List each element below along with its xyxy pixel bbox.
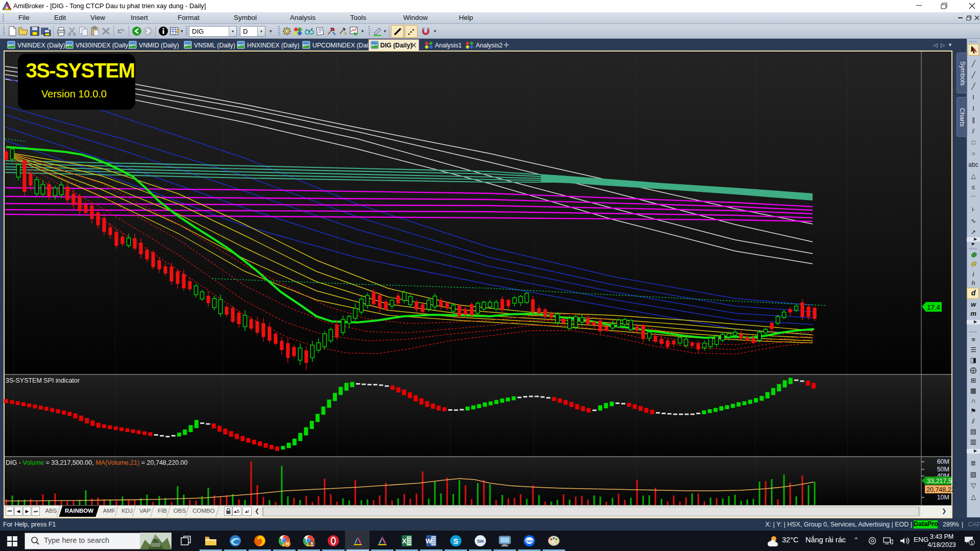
svg-text:X: X [402, 537, 407, 545]
svg-text:W: W [426, 537, 432, 545]
svg-text:50M: 50M [937, 466, 949, 473]
svg-text:SH: SH [477, 538, 483, 544]
svg-text:10M: 10M [937, 494, 949, 501]
svg-text:3S-SYSTEM: 3S-SYSTEM [26, 59, 134, 82]
svg-text:Zalo: Zalo [525, 539, 533, 543]
svg-text:Version 10.0.0: Version 10.0.0 [41, 88, 107, 99]
svg-text:20,748,22: 20,748,22 [926, 486, 952, 493]
svg-text:17.4: 17.4 [927, 304, 940, 311]
svg-text:S: S [453, 537, 458, 545]
svg-text:3S-SYSTEM SPI indicator: 3S-SYSTEM SPI indicator [6, 377, 80, 384]
svg-text:33,217,50: 33,217,50 [927, 478, 952, 485]
svg-text:1: 1 [970, 540, 973, 545]
svg-text:DIG - Volume = 33,217,500.00,: DIG - Volume = 33,217,500.00, MA(Volume,… [6, 459, 188, 466]
svg-text:60M: 60M [937, 458, 949, 465]
svg-text:H: H [286, 541, 289, 546]
